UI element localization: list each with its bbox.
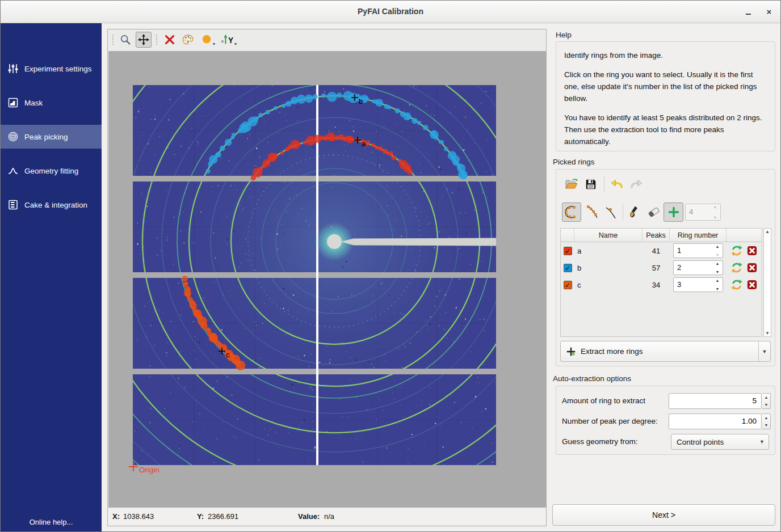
plot-toolbar: ▾ aY ▾: [108, 29, 546, 50]
eraser-tool[interactable]: [645, 202, 663, 222]
sidebar-item-mask[interactable]: Mask: [1, 91, 102, 115]
sidebar-item-label: Cake & integration: [24, 201, 87, 209]
save-rings-button[interactable]: [582, 176, 599, 192]
extract-more-rings-button[interactable]: Extract more rings ▼: [560, 341, 771, 362]
header-peaks: Peaks: [643, 229, 670, 242]
delete-ring-button[interactable]: [747, 246, 757, 256]
spin-down-icon[interactable]: ▼: [765, 403, 769, 407]
spin-up-icon[interactable]: ▲: [716, 244, 720, 248]
colormap-button[interactable]: [180, 32, 196, 48]
redo-button[interactable]: [628, 176, 645, 192]
help-paragraph: You have to identify at least 5 peaks di…: [564, 112, 767, 147]
close-button[interactable]: ×: [762, 5, 776, 19]
spin-down-icon[interactable]: ▼: [765, 423, 769, 427]
ring-number-spinbox[interactable]: 3▲▼: [673, 277, 723, 292]
ring-row-c: ✓c343▲▼: [561, 276, 762, 293]
palette-icon: [181, 33, 195, 46]
toolbar-drag-handle[interactable]: [112, 34, 115, 45]
chevron-down-icon: ▼: [759, 439, 765, 445]
peaks-per-degree-spin-arrows[interactable]: ▲▼: [762, 413, 771, 429]
arc-select-tool[interactable]: [583, 202, 602, 222]
next-button[interactable]: Next >: [552, 504, 775, 526]
svg-text:Y: Y: [228, 36, 233, 45]
brush-tool[interactable]: [625, 202, 644, 222]
pyfai-calibration-window: PyFAI Calibration × Experiment settingsM…: [0, 0, 781, 532]
next-button-label: Next >: [652, 510, 675, 520]
ring-number-value: 3: [677, 280, 681, 289]
help-group-title: Help: [556, 31, 572, 39]
sidebar-item-label: Peak picking: [24, 133, 68, 141]
spin-up-icon[interactable]: ▲: [765, 395, 769, 399]
svg-text:a: a: [221, 39, 224, 43]
svg-text:c: c: [226, 351, 230, 359]
undo-button[interactable]: [608, 176, 625, 192]
scroll-down-icon[interactable]: ▼: [764, 331, 771, 336]
spin-up-icon[interactable]: ▲: [716, 278, 720, 282]
brush-icon: [628, 205, 641, 219]
delete-ring-button[interactable]: [747, 280, 757, 290]
guess-geometry-combobox[interactable]: Control points ▼: [671, 434, 769, 450]
minimize-button[interactable]: [742, 5, 755, 19]
status-y-label: Y:: [197, 512, 204, 521]
auto-extraction-box: Amount of ring to extract 5 ▲▼ Number of…: [556, 386, 775, 455]
toolbar-drag-handle[interactable]: [156, 34, 158, 45]
table-scrollbar[interactable]: ▲ ▼: [763, 228, 771, 337]
refresh-ring-button[interactable]: [731, 245, 742, 256]
sidebar-item-geometry-fitting[interactable]: Geometry fitting: [1, 159, 102, 183]
spin-up-icon[interactable]: ▲: [716, 261, 720, 265]
zoom-reset-button[interactable]: [162, 32, 178, 48]
beamstop-arm: [341, 238, 496, 246]
scroll-up-icon[interactable]: ▲: [764, 229, 771, 234]
online-help-link[interactable]: Online help...: [1, 518, 102, 526]
ring-enabled-checkbox[interactable]: ✓: [564, 247, 572, 255]
ring-select-tool[interactable]: [562, 202, 581, 222]
picked-rings-group-title: Picked rings: [553, 158, 595, 166]
ring-row-b: ✓b572▲▼: [561, 259, 762, 276]
mask-display-button[interactable]: ▾: [198, 32, 216, 48]
ring-row-a: ✓a411▲▼: [561, 242, 762, 259]
new-ring-number-spinbox[interactable]: 4 ▲▼: [685, 204, 721, 221]
load-rings-button[interactable]: [563, 176, 580, 192]
extract-dropdown-arrow[interactable]: ▼: [758, 341, 770, 361]
refresh-ring-button[interactable]: [731, 279, 742, 290]
header-name: Name: [574, 229, 643, 242]
sidebar-item-peak-picking[interactable]: Peak picking: [1, 125, 102, 149]
concentric-rings-icon: [7, 131, 19, 142]
ring-number-spinbox[interactable]: 2▲▼: [673, 260, 723, 275]
ring-amount-spinbox[interactable]: 5: [669, 393, 762, 409]
spin-down-icon[interactable]: ▼: [716, 270, 720, 274]
chevron-down-icon: ▾: [213, 41, 215, 47]
point-select-tool[interactable]: [602, 202, 620, 222]
y-axis-orientation-button[interactable]: aY ▾: [219, 32, 238, 48]
refresh-ring-button[interactable]: [731, 262, 742, 273]
svg-text:a: a: [362, 140, 366, 148]
peaks-per-degree-spinbox[interactable]: 1.00: [669, 413, 762, 429]
sidebar-item-experiment-settings[interactable]: Experiment settings: [1, 57, 102, 81]
ring-enabled-checkbox[interactable]: ✓: [564, 264, 572, 272]
spin-up-icon[interactable]: ▲: [713, 205, 717, 209]
ring-amount-value: 5: [752, 396, 757, 405]
right-panel: Help Identify rings from the image. Clic…: [552, 29, 779, 526]
sidebar-item-cake-integration[interactable]: Cake & integration: [1, 193, 102, 217]
pan-mode-button[interactable]: [136, 32, 152, 48]
delete-ring-button[interactable]: [747, 263, 757, 273]
ring-amount-spin-arrows[interactable]: ▲▼: [762, 393, 771, 409]
diffraction-image[interactable]: abcOrigin: [108, 51, 547, 509]
titlebar[interactable]: PyFAI Calibration ×: [1, 1, 780, 23]
spin-down-icon[interactable]: ▼: [713, 216, 717, 219]
spin-down-icon[interactable]: ▼: [716, 253, 720, 257]
red-cross-icon: [163, 33, 176, 46]
add-ring-button[interactable]: [664, 202, 683, 222]
spin-down-icon[interactable]: ▼: [716, 287, 720, 291]
chevron-down-icon: ▾: [234, 41, 237, 47]
header-actions: [727, 229, 762, 242]
ring-enabled-checkbox[interactable]: ✓: [564, 281, 572, 289]
point-tool-icon: [604, 205, 619, 219]
status-value: n/a: [324, 512, 334, 521]
spin-up-icon[interactable]: ▲: [765, 416, 769, 420]
status-x-value: 1038.643: [123, 512, 154, 521]
ring-number-spinbox[interactable]: 1▲▼: [673, 243, 723, 258]
svg-text:Origin: Origin: [139, 466, 159, 474]
sidebar-item-label: Experiment settings: [24, 65, 92, 73]
zoom-mode-button[interactable]: [117, 32, 133, 48]
